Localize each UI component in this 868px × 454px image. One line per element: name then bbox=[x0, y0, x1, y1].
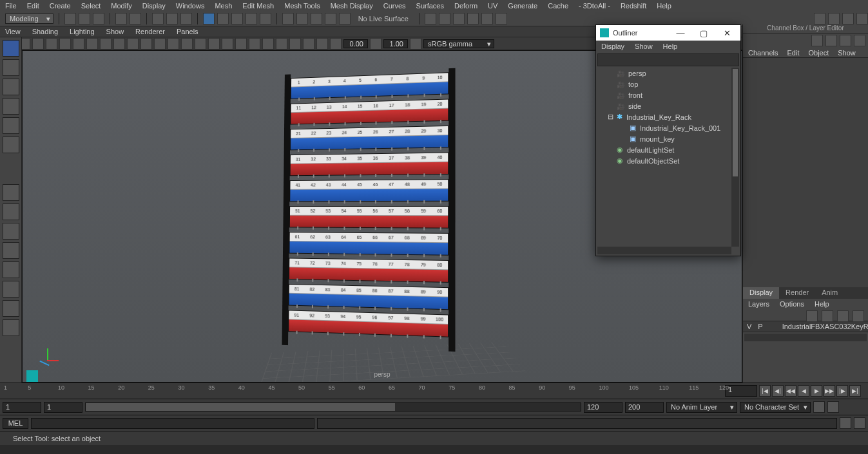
current-frame-field[interactable]: 1 bbox=[725, 385, 757, 397]
layer-menu-layers[interactable]: Layers bbox=[748, 300, 769, 308]
outliner-item-industrial_key_rack_001[interactable]: Industrial_Key_Rack_001 bbox=[597, 122, 731, 133]
vp-colorspace-icon[interactable] bbox=[410, 38, 421, 50]
layout-custom-icon[interactable] bbox=[3, 300, 19, 317]
layout-outliner-icon[interactable] bbox=[3, 281, 19, 298]
outliner-item-side[interactable]: side bbox=[597, 100, 731, 111]
vp-gate-mask-icon[interactable] bbox=[113, 38, 125, 50]
select-mode-icon[interactable] bbox=[152, 13, 164, 24]
vp-colorspace-dropdown[interactable]: sRGB gamma bbox=[423, 39, 494, 48]
layer-new-selected-icon[interactable] bbox=[853, 310, 864, 322]
layer-tab-display[interactable]: Display bbox=[743, 287, 779, 299]
vp-dof-icon[interactable] bbox=[276, 38, 287, 50]
menu-deform[interactable]: Deform bbox=[454, 2, 477, 10]
snap-curve-icon[interactable] bbox=[217, 13, 229, 24]
panel-menu-shading[interactable]: Shading bbox=[32, 28, 58, 35]
vp-2d-pan-icon[interactable] bbox=[46, 38, 57, 50]
render-settings-icon[interactable] bbox=[467, 13, 479, 24]
vp-exposure-field[interactable]: 0.00 bbox=[343, 39, 368, 48]
menu-edit[interactable]: Edit bbox=[27, 2, 39, 10]
vp-film-gate-icon[interactable] bbox=[86, 38, 98, 50]
outliner-item-top[interactable]: top bbox=[597, 79, 731, 90]
scale-tool[interactable] bbox=[3, 137, 19, 153]
vp-motion-blur-icon[interactable] bbox=[249, 38, 260, 50]
range-slider[interactable]: 1 1 120 200 No Anim Layer No Character S… bbox=[0, 399, 868, 415]
anim-start-inner-field[interactable]: 1 bbox=[44, 402, 82, 413]
outliner-tree[interactable]: persptopfrontside⊟Industrial_Key_RackInd… bbox=[597, 68, 731, 247]
panel-menu-panels[interactable]: Panels bbox=[177, 28, 198, 35]
move-tool[interactable] bbox=[3, 98, 19, 115]
panel-layout-2-icon[interactable] bbox=[828, 13, 840, 24]
menu-create[interactable]: Create bbox=[50, 2, 71, 10]
menu-uv[interactable]: UV bbox=[488, 2, 497, 10]
menu-display[interactable]: Display bbox=[142, 2, 166, 10]
panel-menu-show[interactable]: Show bbox=[106, 28, 124, 35]
layout-three-icon[interactable] bbox=[3, 261, 19, 278]
vp-lights-icon[interactable] bbox=[208, 38, 220, 50]
vp-image-plane-icon[interactable] bbox=[32, 38, 44, 50]
outliner-titlebar[interactable]: Outliner — ▢ ✕ bbox=[596, 25, 740, 41]
vp-gamma-icon[interactable] bbox=[370, 38, 381, 50]
layout-two-v-icon[interactable] bbox=[3, 242, 19, 259]
vp-isolate-icon[interactable] bbox=[289, 38, 301, 50]
snap-live-icon[interactable] bbox=[260, 13, 271, 24]
layer-playback-toggle[interactable]: P bbox=[758, 323, 762, 330]
redo-icon[interactable] bbox=[130, 13, 141, 24]
menu-surfaces[interactable]: Surfaces bbox=[416, 2, 444, 10]
outliner-menu-help[interactable]: Help bbox=[663, 43, 678, 50]
cb-menu-show[interactable]: Show bbox=[838, 49, 856, 57]
go-to-start-button[interactable]: |◀ bbox=[759, 385, 771, 397]
range-handle[interactable] bbox=[86, 403, 395, 411]
snap-point-icon[interactable] bbox=[231, 13, 243, 24]
panel-menu-lighting[interactable]: Lighting bbox=[70, 28, 95, 35]
tool-settings-icon[interactable] bbox=[840, 35, 851, 46]
menu-modify[interactable]: Modify bbox=[111, 2, 131, 10]
layer-new-empty-icon[interactable] bbox=[837, 310, 849, 322]
vp-xray-icon[interactable] bbox=[303, 38, 314, 50]
layer-visible-toggle[interactable]: V bbox=[747, 323, 751, 330]
display-layer-row[interactable]: V P IndustrialFBXASC032KeyR bbox=[743, 321, 868, 332]
snap-grid-icon[interactable] bbox=[203, 13, 215, 24]
panel-menu-renderer[interactable]: Renderer bbox=[135, 28, 165, 35]
hypershade-icon[interactable] bbox=[481, 13, 493, 24]
channelbox-icon[interactable] bbox=[811, 35, 823, 46]
vp-safe-title-icon[interactable] bbox=[154, 38, 166, 50]
paint-select-icon[interactable] bbox=[180, 13, 192, 24]
auto-key-icon[interactable] bbox=[813, 401, 825, 413]
layer-tab-render[interactable]: Render bbox=[779, 287, 815, 299]
menu-mesh[interactable]: Mesh bbox=[215, 2, 232, 10]
outliner-item-mount_key[interactable]: mount_key bbox=[597, 133, 731, 144]
vp-aa-icon[interactable] bbox=[262, 38, 274, 50]
layout-single-icon[interactable] bbox=[3, 184, 19, 201]
step-back-button[interactable]: ◀◀ bbox=[785, 385, 796, 397]
attribute-editor-icon[interactable] bbox=[825, 35, 837, 46]
select-tool[interactable] bbox=[3, 40, 19, 57]
vp-grease-icon[interactable] bbox=[59, 38, 71, 50]
panel-layout-3-icon[interactable] bbox=[842, 13, 854, 24]
menu-cache[interactable]: Cache bbox=[548, 2, 568, 10]
modeling-toolkit-icon[interactable] bbox=[854, 35, 865, 46]
vp-xray-joints-icon[interactable] bbox=[316, 38, 328, 50]
vp-gamma-field[interactable]: 1.00 bbox=[383, 39, 408, 48]
outliner-search-field[interactable] bbox=[597, 53, 739, 66]
maximize-button[interactable]: ▢ bbox=[694, 28, 713, 38]
outliner-item-persp[interactable]: persp bbox=[597, 68, 731, 79]
expand-toggle[interactable]: ⊟ bbox=[606, 113, 614, 121]
outliner-item-defaultlightset[interactable]: defaultLightSet bbox=[597, 144, 731, 155]
layer-move-down-icon[interactable] bbox=[822, 310, 833, 322]
script-editor-icon[interactable] bbox=[840, 417, 851, 429]
menu-select[interactable]: Select bbox=[81, 2, 101, 10]
menu-redshift[interactable]: Redshift bbox=[621, 2, 646, 10]
vp-ao-icon[interactable] bbox=[235, 38, 247, 50]
rotate-tool[interactable] bbox=[3, 117, 19, 134]
ipr-render-icon[interactable] bbox=[453, 13, 465, 24]
menu-mesh-display[interactable]: Mesh Display bbox=[331, 2, 373, 10]
menu-mesh-tools[interactable]: Mesh Tools bbox=[284, 2, 320, 10]
vp-grid-icon[interactable] bbox=[73, 38, 84, 50]
lasso-tool[interactable] bbox=[3, 59, 19, 76]
play-forward-button[interactable]: ▶ bbox=[811, 385, 822, 397]
step-forward-key-button[interactable]: |▶ bbox=[836, 385, 848, 397]
character-set-dropdown[interactable]: No Character Set bbox=[740, 402, 811, 413]
cb-menu-edit[interactable]: Edit bbox=[787, 49, 799, 57]
menu-windows[interactable]: Windows bbox=[176, 2, 205, 10]
command-input[interactable] bbox=[31, 418, 314, 429]
